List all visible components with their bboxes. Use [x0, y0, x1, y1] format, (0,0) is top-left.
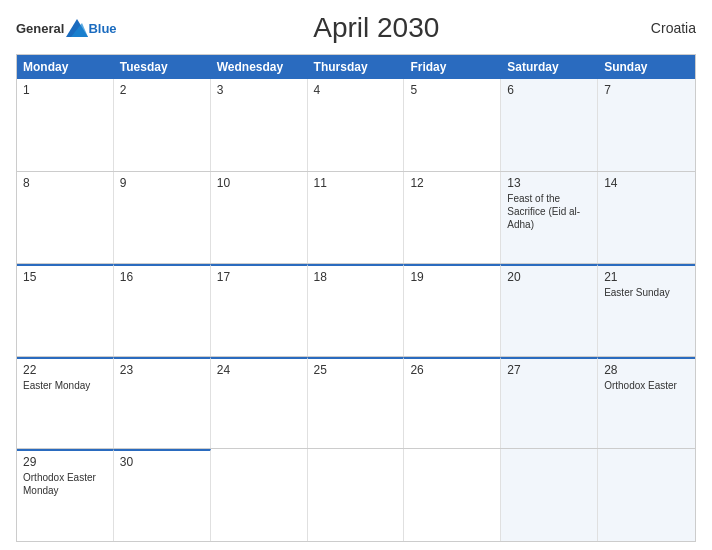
day-number: 13 [507, 176, 591, 190]
calendar-cell: 17 [211, 264, 308, 356]
day-number: 29 [23, 455, 107, 469]
calendar-cell: 11 [308, 172, 405, 264]
calendar-cell: 13Feast of the Sacrifice (Eid al-Adha) [501, 172, 598, 264]
page-title: April 2030 [117, 12, 636, 44]
calendar-cell [501, 449, 598, 541]
calendar-cell: 27 [501, 357, 598, 449]
page: General Blue April 2030 Croatia Monday T… [0, 0, 712, 550]
col-friday: Friday [404, 55, 501, 79]
logo-icon [66, 19, 88, 37]
calendar-cell [404, 449, 501, 541]
calendar-cell: 2 [114, 79, 211, 171]
week-4: 22Easter Monday232425262728Orthodox East… [17, 357, 695, 450]
calendar-cell: 15 [17, 264, 114, 356]
day-number: 28 [604, 363, 689, 377]
logo-general-text: General [16, 21, 64, 36]
day-number: 22 [23, 363, 107, 377]
calendar-cell: 9 [114, 172, 211, 264]
calendar-cell: 7 [598, 79, 695, 171]
holiday-label: Easter Monday [23, 379, 107, 392]
calendar-header: Monday Tuesday Wednesday Thursday Friday… [17, 55, 695, 79]
calendar-cell: 28Orthodox Easter [598, 357, 695, 449]
day-number: 7 [604, 83, 689, 97]
calendar-cell: 14 [598, 172, 695, 264]
day-number: 18 [314, 270, 398, 284]
col-monday: Monday [17, 55, 114, 79]
calendar-cell: 30 [114, 449, 211, 541]
calendar-cell: 16 [114, 264, 211, 356]
day-number: 14 [604, 176, 689, 190]
calendar-cell: 19 [404, 264, 501, 356]
holiday-label: Easter Sunday [604, 286, 689, 299]
calendar-cell: 6 [501, 79, 598, 171]
calendar-cell: 22Easter Monday [17, 357, 114, 449]
day-number: 12 [410, 176, 494, 190]
day-number: 23 [120, 363, 204, 377]
calendar-cell: 25 [308, 357, 405, 449]
calendar-cell: 18 [308, 264, 405, 356]
calendar-cell: 1 [17, 79, 114, 171]
calendar-cell [598, 449, 695, 541]
calendar-cell: 21Easter Sunday [598, 264, 695, 356]
calendar-cell: 8 [17, 172, 114, 264]
calendar-cell: 4 [308, 79, 405, 171]
day-number: 27 [507, 363, 591, 377]
calendar-cell [308, 449, 405, 541]
day-number: 15 [23, 270, 107, 284]
calendar-cell: 20 [501, 264, 598, 356]
day-number: 3 [217, 83, 301, 97]
calendar-cell: 12 [404, 172, 501, 264]
country-label: Croatia [636, 20, 696, 36]
calendar-cell: 26 [404, 357, 501, 449]
day-number: 25 [314, 363, 398, 377]
day-number: 9 [120, 176, 204, 190]
day-number: 24 [217, 363, 301, 377]
week-3: 15161718192021Easter Sunday [17, 264, 695, 357]
day-number: 17 [217, 270, 301, 284]
day-number: 6 [507, 83, 591, 97]
day-number: 20 [507, 270, 591, 284]
calendar-body: 12345678910111213Feast of the Sacrifice … [17, 79, 695, 541]
holiday-label: Feast of the Sacrifice (Eid al-Adha) [507, 192, 591, 231]
col-wednesday: Wednesday [211, 55, 308, 79]
header: General Blue April 2030 Croatia [16, 12, 696, 44]
day-number: 26 [410, 363, 494, 377]
calendar-cell: 10 [211, 172, 308, 264]
day-number: 5 [410, 83, 494, 97]
day-number: 19 [410, 270, 494, 284]
week-1: 1234567 [17, 79, 695, 172]
col-saturday: Saturday [501, 55, 598, 79]
calendar-cell: 24 [211, 357, 308, 449]
calendar-cell: 3 [211, 79, 308, 171]
day-number: 30 [120, 455, 204, 469]
day-number: 16 [120, 270, 204, 284]
calendar-cell: 29Orthodox Easter Monday [17, 449, 114, 541]
calendar-cell: 23 [114, 357, 211, 449]
calendar: Monday Tuesday Wednesday Thursday Friday… [16, 54, 696, 542]
logo: General Blue [16, 19, 117, 37]
day-number: 21 [604, 270, 689, 284]
holiday-label: Orthodox Easter Monday [23, 471, 107, 497]
day-number: 11 [314, 176, 398, 190]
day-number: 2 [120, 83, 204, 97]
day-number: 8 [23, 176, 107, 190]
week-5: 29Orthodox Easter Monday30 [17, 449, 695, 541]
week-2: 8910111213Feast of the Sacrifice (Eid al… [17, 172, 695, 265]
col-thursday: Thursday [308, 55, 405, 79]
col-tuesday: Tuesday [114, 55, 211, 79]
day-number: 1 [23, 83, 107, 97]
day-number: 4 [314, 83, 398, 97]
calendar-cell: 5 [404, 79, 501, 171]
holiday-label: Orthodox Easter [604, 379, 689, 392]
col-sunday: Sunday [598, 55, 695, 79]
logo-blue-text: Blue [88, 21, 116, 36]
calendar-cell [211, 449, 308, 541]
day-number: 10 [217, 176, 301, 190]
